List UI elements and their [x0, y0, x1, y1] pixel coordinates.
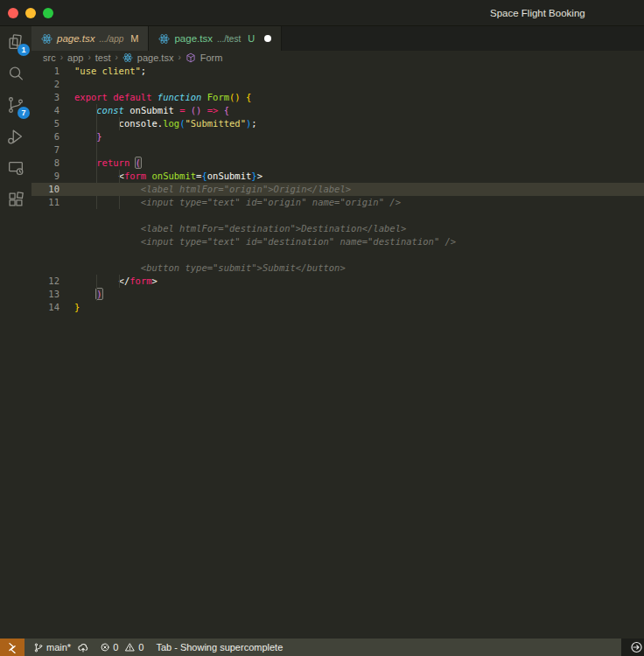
code-editor[interactable]: 1"use client";23export default function … — [32, 64, 644, 639]
run-and-debug-icon[interactable] — [0, 121, 32, 152]
indent-guide — [96, 130, 97, 143]
indent-guide — [119, 196, 120, 209]
react-file-icon — [41, 33, 52, 45]
line-content: export default function Form() { — [60, 91, 251, 104]
close-window-button[interactable] — [8, 8, 18, 18]
line-content — [60, 209, 74, 222]
indent-guide — [119, 275, 120, 288]
line-number: 8 — [32, 157, 60, 170]
code-area: 1"use client";23export default function … — [32, 65, 644, 314]
breadcrumb-separator: › — [115, 52, 117, 62]
errors-icon — [100, 642, 110, 653]
line-content: return ( — [60, 157, 141, 170]
publish-changes-icon — [77, 642, 89, 653]
code-line[interactable]: <input type="text" id="destination" name… — [32, 235, 644, 248]
line-number: 2 — [32, 78, 60, 91]
code-line[interactable] — [32, 248, 644, 262]
line-content — [60, 143, 74, 157]
code-line[interactable]: 13 ) — [32, 288, 644, 301]
branch-indicator[interactable]: main* — [33, 642, 89, 653]
line-content: <label htmlFor="destination">Destination… — [60, 222, 406, 235]
breadcrumb: src › app › test › page.tsx › Form — [32, 51, 644, 64]
search-icon[interactable] — [0, 58, 32, 89]
line-content — [60, 248, 74, 262]
line-number: 11 — [32, 196, 60, 209]
line-number: 14 — [32, 301, 60, 314]
tab-file-dir: .../test — [217, 34, 241, 44]
line-content: </form> — [60, 275, 158, 288]
error-count: 0 — [113, 642, 118, 653]
maximize-window-button[interactable] — [43, 8, 53, 18]
tab-file-name: page.tsx — [57, 33, 94, 44]
code-line[interactable]: 2 — [32, 78, 644, 91]
tab-page-tsx-test[interactable]: page.tsx .../test U — [149, 26, 282, 51]
react-file-icon — [158, 33, 170, 45]
minimize-window-button[interactable] — [25, 8, 36, 18]
source-control-icon[interactable]: 7 — [0, 89, 32, 121]
code-line[interactable]: 12 </form> — [32, 275, 644, 288]
breadcrumb-app[interactable]: app — [67, 52, 83, 63]
window-controls — [8, 8, 53, 18]
tab-file-name: page.tsx — [174, 33, 212, 44]
branch-name: main* — [46, 642, 71, 653]
line-content: } — [60, 301, 80, 314]
tab-page-tsx-app[interactable]: page.tsx .../app M — [32, 26, 149, 51]
line-number: 6 — [32, 130, 60, 143]
git-branch-icon — [33, 642, 44, 653]
code-line[interactable]: 4 const onSubmit = () => { — [32, 104, 644, 117]
tab-file-dir: .../app — [99, 34, 123, 44]
indent-guide — [96, 196, 97, 209]
code-line[interactable]: 10 <label htmlFor="origin">Origin</label… — [32, 183, 644, 196]
indent-guide — [96, 157, 97, 170]
breadcrumb-file[interactable]: page.tsx — [137, 52, 174, 63]
code-line[interactable]: 5 console.log("Submitted"); — [32, 117, 644, 130]
indent-guide — [96, 288, 97, 301]
code-line[interactable] — [32, 209, 644, 222]
line-number: 5 — [32, 117, 60, 130]
bottom-right-widget[interactable] — [621, 639, 644, 656]
remote-indicator[interactable] — [0, 639, 24, 656]
breadcrumb-test[interactable]: test — [95, 52, 111, 63]
code-line[interactable]: 11 <input type="text" id="origin" name="… — [32, 196, 644, 209]
remote-icon — [6, 641, 18, 653]
line-content: <input type="text" id="origin" name="ori… — [60, 196, 401, 209]
indent-guide — [96, 143, 97, 157]
line-number — [32, 222, 60, 235]
line-number: 7 — [32, 143, 60, 157]
line-number: 13 — [32, 288, 60, 301]
activity-bar: 1 7 — [0, 26, 32, 639]
line-content: <button type="submit">Submit</button> — [60, 262, 346, 275]
line-number — [32, 235, 60, 248]
line-number: 1 — [32, 65, 60, 78]
unsaved-dot-icon[interactable] — [264, 35, 271, 42]
line-content: <label htmlFor="origin">Origin</label> — [60, 183, 351, 196]
code-line[interactable]: 6 } — [32, 130, 644, 143]
symbol-method-icon — [186, 52, 196, 63]
code-line[interactable]: 7 — [32, 143, 644, 157]
line-number — [32, 248, 60, 262]
line-number — [32, 209, 60, 222]
code-line[interactable]: 1"use client"; — [32, 65, 644, 78]
code-line[interactable]: 9 <form onSubmit={onSubmit}> — [32, 170, 644, 183]
line-number: 3 — [32, 91, 60, 104]
code-line[interactable]: <button type="submit">Submit</button> — [32, 262, 644, 275]
supercomplete-status[interactable]: Tab - Showing supercomplete — [156, 642, 283, 653]
line-content: "use client"; — [60, 65, 146, 78]
breadcrumb-symbol[interactable]: Form — [200, 52, 223, 63]
remote-explorer-icon[interactable] — [0, 152, 32, 184]
git-untracked-badge: U — [248, 33, 255, 44]
breadcrumb-src[interactable]: src — [43, 52, 56, 63]
extensions-icon[interactable] — [0, 184, 32, 215]
supercomplete-message: Tab - Showing supercomplete — [156, 642, 283, 653]
problems-indicator[interactable]: 0 0 — [100, 642, 144, 653]
indent-guide — [96, 104, 97, 117]
code-line[interactable]: 8 return ( — [32, 157, 644, 170]
line-content: <form onSubmit={onSubmit}> — [60, 170, 262, 183]
circled-arrow-icon — [629, 640, 643, 654]
code-line[interactable]: <label htmlFor="destination">Destination… — [32, 222, 644, 235]
explorer-icon[interactable]: 1 — [0, 26, 32, 58]
code-line[interactable]: 3export default function Form() { — [32, 91, 644, 104]
indent-guide — [119, 170, 120, 183]
code-line[interactable]: 14} — [32, 301, 644, 314]
breadcrumb-separator: › — [178, 52, 180, 62]
